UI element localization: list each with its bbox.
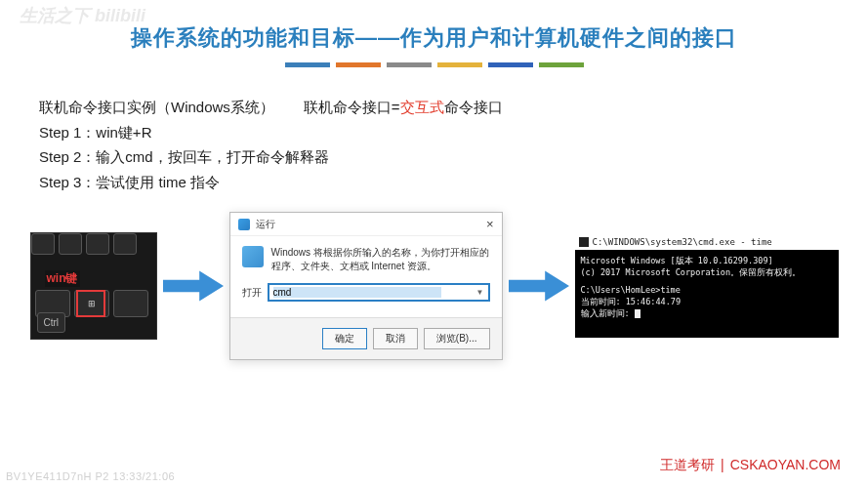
run-title: 运行 bbox=[256, 218, 275, 231]
chevron-down-icon[interactable]: ▼ bbox=[476, 288, 484, 297]
cmd-line: 当前时间: 15:46:44.79 bbox=[581, 297, 833, 308]
intro-line: 联机命令接口实例（Windows系统） 联机命令接口=交互式命令接口 bbox=[39, 95, 829, 120]
step-3: Step 3：尝试使用 time 指令 bbox=[39, 170, 829, 195]
ctrl-key: Ctrl bbox=[37, 312, 66, 333]
close-icon[interactable]: × bbox=[486, 217, 494, 231]
cmd-title: C:\WINDOWS\system32\cmd.exe - time bbox=[593, 236, 772, 249]
run-icon bbox=[238, 219, 250, 230]
run-open-label: 打开 bbox=[242, 286, 262, 300]
svg-marker-1 bbox=[509, 271, 569, 302]
svg-marker-0 bbox=[163, 271, 224, 302]
run-input[interactable] bbox=[273, 287, 442, 298]
intro-prefix: 联机命令接口实例（Windows系统） 联机命令接口= bbox=[39, 99, 400, 115]
run-dialog: 运行 × Windows 将根据你所输入的名称，为你打开相应的程序、文件夹、文档… bbox=[229, 212, 503, 360]
footer-brand: 王道考研 bbox=[660, 457, 715, 472]
footer: 王道考研|CSKAOYAN.COM bbox=[660, 457, 841, 474]
step-2: Step 2：输入cmd，按回车，打开命令解释器 bbox=[39, 144, 829, 170]
cmd-icon bbox=[579, 237, 589, 247]
ok-button[interactable]: 确定 bbox=[322, 328, 367, 349]
cmd-line: C:\Users\HomLee>time bbox=[581, 285, 833, 297]
winkey-highlight-box bbox=[76, 290, 105, 317]
winkey-label: win键 bbox=[45, 270, 80, 287]
title-divider bbox=[0, 62, 868, 67]
intro-suffix: 命令接口 bbox=[444, 99, 503, 115]
cmd-terminal: Microsoft Windows [版本 10.0.16299.309] (c… bbox=[575, 250, 839, 338]
cmd-line: Microsoft Windows [版本 10.0.16299.309] bbox=[581, 256, 833, 267]
watermark: 生活之下 bilibili bbox=[20, 4, 145, 27]
cmd-window: C:\WINDOWS\system32\cmd.exe - time Micro… bbox=[575, 234, 839, 339]
arrow-icon bbox=[509, 267, 569, 305]
cmd-titlebar: C:\WINDOWS\system32\cmd.exe - time bbox=[575, 234, 839, 251]
browse-button[interactable]: 浏览(B)... bbox=[424, 328, 490, 349]
cmd-line: 输入新时间: bbox=[581, 308, 833, 320]
intro-highlight: 交互式 bbox=[400, 99, 444, 115]
cmd-line: (c) 2017 Microsoft Corporation。保留所有权利。 bbox=[581, 267, 833, 279]
cursor bbox=[635, 309, 641, 318]
cancel-button[interactable]: 取消 bbox=[373, 328, 418, 349]
footer-url: CSKAOYAN.COM bbox=[730, 457, 841, 472]
figure-row: win键 ⊞ Ctrl 运行 × Windows 将根据你所输入的名称，为你打开… bbox=[0, 212, 868, 360]
body-text: 联机命令接口实例（Windows系统） 联机命令接口=交互式命令接口 Step … bbox=[39, 95, 829, 194]
step-1: Step 1：win键+R bbox=[39, 120, 829, 145]
run-input-wrap[interactable]: ▼ bbox=[268, 283, 490, 302]
video-meta: BV1YE411D7nH P2 13:33/21:06 bbox=[6, 470, 175, 482]
arrow-icon bbox=[163, 267, 224, 305]
run-msg-icon bbox=[242, 246, 264, 267]
keyboard-image: win键 ⊞ Ctrl bbox=[30, 232, 157, 340]
run-titlebar: 运行 × bbox=[230, 213, 502, 236]
run-message: Windows 将根据你所输入的名称，为你打开相应的程序、文件夹、文档或 Int… bbox=[271, 246, 490, 273]
